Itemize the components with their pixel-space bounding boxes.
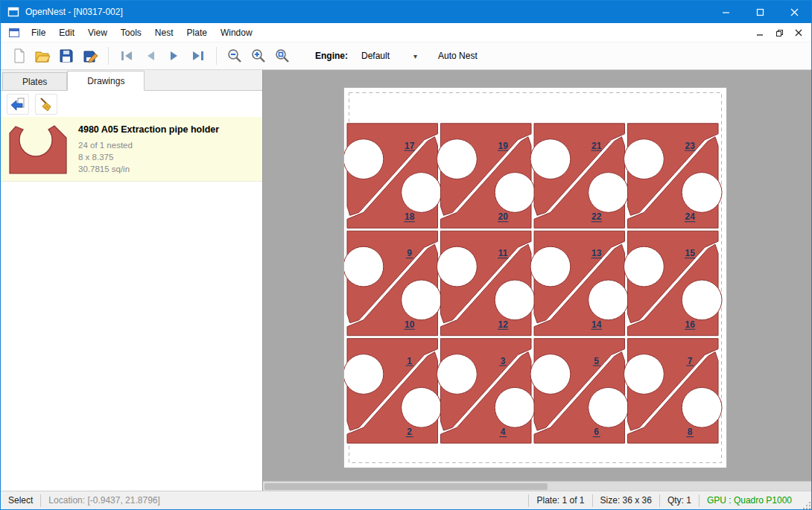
drawing-list-item[interactable]: 4980 A05 Extraction pipe holder 24 of 1 …: [1, 117, 262, 182]
maximize-icon: [756, 8, 764, 16]
plate[interactable]: 171819202122232491011121314151612345678: [343, 87, 727, 468]
open-button[interactable]: [31, 45, 54, 67]
nav-first-icon: [118, 48, 135, 64]
part-number-label[interactable]: 1: [407, 356, 412, 366]
part-number-label[interactable]: 23: [685, 141, 696, 151]
pipe-hole-notch: [402, 280, 442, 320]
last-plate-button[interactable]: [186, 45, 210, 67]
part-number-label[interactable]: 14: [591, 319, 602, 330]
clear-button[interactable]: [35, 94, 57, 115]
toolbar-separator: [216, 47, 217, 65]
part-number-label[interactable]: 24: [685, 211, 696, 222]
menu-tools[interactable]: Tools: [114, 23, 148, 42]
app-window: OpenNest - [N0317-002] File Edit View To…: [0, 0, 812, 510]
nest-tile: 1314: [530, 231, 628, 335]
menu-window[interactable]: Window: [214, 23, 259, 42]
nest-tile: 12: [344, 339, 441, 443]
mdi-minimize-icon: [756, 29, 764, 36]
part-number-label[interactable]: 6: [594, 427, 599, 437]
part-number-label[interactable]: 10: [405, 319, 415, 330]
pipe-hole-notch: [624, 354, 664, 395]
pipe-hole-notch: [589, 173, 629, 213]
status-gpu: GPU : Quadro P1000: [699, 494, 799, 507]
new-button[interactable]: [7, 45, 31, 67]
nav-next-icon: [166, 48, 183, 64]
document-window-icon: [8, 27, 20, 39]
horizontal-scrollbar[interactable]: [263, 481, 811, 491]
scrollbar-thumb[interactable]: [264, 483, 548, 490]
menu-view[interactable]: View: [81, 23, 114, 42]
close-button[interactable]: [777, 1, 811, 23]
plate-svg: 171819202122232491011121314151612345678: [344, 88, 726, 468]
part-number-label[interactable]: 21: [591, 141, 602, 151]
nest-tile: 910: [344, 231, 441, 335]
part-number-label[interactable]: 18: [405, 211, 415, 222]
pipe-hole-notch: [437, 354, 478, 395]
menu-plate[interactable]: Plate: [180, 23, 214, 42]
part-number-label[interactable]: 13: [591, 248, 602, 258]
save-icon: [58, 48, 74, 64]
part-number-label[interactable]: 20: [498, 211, 509, 222]
part-number-label[interactable]: 19: [498, 141, 509, 151]
next-plate-button[interactable]: [162, 45, 186, 67]
maximize-button[interactable]: [743, 1, 777, 23]
save-as-button[interactable]: [78, 45, 102, 67]
nest-tile: 1920: [437, 124, 535, 228]
nest-canvas[interactable]: 171819202122232491011121314151612345678: [263, 70, 811, 491]
engine-select[interactable]: Default ▾: [357, 48, 422, 63]
grip-icon: [802, 501, 811, 510]
part-number-label[interactable]: 12: [498, 319, 509, 330]
part-number-label[interactable]: 15: [685, 248, 696, 258]
close-icon: [790, 8, 799, 16]
zoom-fit-button[interactable]: [270, 45, 294, 67]
part-number-label[interactable]: 16: [685, 319, 696, 330]
pipe-hole-notch: [530, 139, 571, 179]
part-number-label[interactable]: 5: [594, 356, 599, 366]
status-qty: Qty: 1: [659, 494, 699, 507]
save-button[interactable]: [54, 45, 78, 67]
pipe-hole-notch: [437, 246, 478, 287]
menu-nest[interactable]: Nest: [148, 23, 180, 42]
auto-nest-button[interactable]: Auto Nest: [434, 48, 482, 64]
part-number-label[interactable]: 4: [501, 427, 506, 437]
menu-file[interactable]: File: [25, 23, 52, 42]
send-to-plate-button[interactable]: [7, 94, 29, 115]
pipe-hole-notch: [495, 387, 535, 427]
previous-plate-button[interactable]: [139, 45, 162, 67]
tab-plates[interactable]: Plates: [2, 72, 67, 90]
zoom-out-button[interactable]: [223, 45, 247, 67]
drawing-dimensions: 8 x 8.375: [78, 151, 219, 163]
mdi-close-button[interactable]: [789, 25, 808, 41]
drawing-thumbnail: [7, 121, 69, 176]
minimize-button[interactable]: [708, 1, 743, 23]
first-plate-button[interactable]: [115, 45, 139, 67]
part-number-label[interactable]: 22: [591, 211, 602, 222]
pipe-hole-notch: [344, 139, 384, 179]
part-number-label[interactable]: 9: [407, 248, 412, 258]
part-number-label[interactable]: 7: [688, 356, 693, 366]
pipe-hole-notch: [682, 387, 722, 427]
nest-tile: 2122: [530, 124, 628, 228]
mdi-close-icon: [795, 29, 802, 36]
mdi-minimize-button[interactable]: [750, 25, 770, 41]
status-bar: Select Location: [-0.9437, 21.8796] Plat…: [1, 491, 811, 509]
nest-tile: 1112: [437, 231, 535, 335]
menu-edit[interactable]: Edit: [52, 23, 81, 42]
pipe-hole-notch: [682, 280, 722, 320]
chevron-down-icon: ▾: [413, 52, 417, 60]
engine-label: Engine:: [315, 51, 348, 61]
part-number-label[interactable]: 11: [498, 248, 508, 258]
part-number-label[interactable]: 17: [405, 141, 415, 151]
resize-grip[interactable]: [799, 491, 811, 510]
part-number-label[interactable]: 2: [407, 427, 412, 437]
part-number-label[interactable]: 8: [688, 427, 693, 437]
tab-drawings[interactable]: Drawings: [67, 71, 145, 91]
mdi-restore-button[interactable]: [770, 25, 789, 41]
status-location: Location: [-0.9437, 21.8796]: [40, 494, 167, 507]
zoom-in-button[interactable]: [247, 45, 270, 67]
mdi-restore-icon: [775, 29, 784, 37]
nest-tile: 34: [437, 339, 535, 443]
pipe-hole-notch: [402, 173, 442, 213]
part-number-label[interactable]: 3: [501, 356, 506, 366]
status-plate: Plate: 1 of 1: [528, 494, 591, 507]
